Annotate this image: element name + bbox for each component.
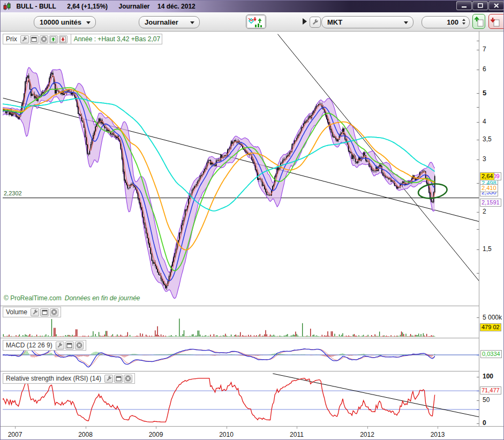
rsi-axis-tick-label: 0 — [483, 419, 486, 427]
ma-20-line — [3, 82, 435, 280]
ma-fast-line — [3, 75, 435, 285]
axis-tick-mark — [477, 423, 479, 424]
window-title-symbol: BULL - BULL — [16, 3, 56, 10]
axis-tick-mark — [477, 273, 479, 274]
window-icon[interactable] — [40, 308, 49, 316]
main-toolbar: 10000 unités Journalier MKT 100 — [1, 12, 504, 32]
x-axis-tick — [297, 427, 297, 429]
timeframe-dropdown-label: Journalier — [145, 18, 178, 26]
trend-line — [3, 98, 479, 222]
candle-bodies — [3, 73, 435, 288]
rsi-last-label: 71,477 — [480, 386, 501, 395]
axis-tick-mark — [477, 183, 479, 184]
order-settings-wrench-button[interactable] — [310, 17, 321, 28]
axis-tick-mark — [477, 122, 479, 123]
volume-bars-up — [3, 318, 435, 337]
window-title-period: Journalier — [119, 3, 150, 10]
bollinger-lower — [3, 95, 435, 298]
wrench-icon[interactable] — [20, 35, 29, 43]
maximize-button[interactable] — [472, 1, 488, 10]
chevron-down-icon — [404, 21, 408, 24]
axis-tick-mark — [477, 212, 479, 213]
window-icon[interactable] — [114, 375, 123, 383]
price-axis-tick-label: 2 — [483, 208, 486, 215]
axis-tick-mark — [477, 355, 479, 355]
close-button[interactable] — [488, 1, 504, 10]
axis-tick-mark — [477, 50, 479, 50]
header-divider — [71, 34, 71, 44]
window-icon[interactable] — [65, 342, 74, 350]
volume-panel-title: Volume — [6, 308, 27, 316]
axis-tick-mark — [477, 229, 479, 230]
window-icon[interactable] — [30, 35, 39, 43]
close-icon[interactable] — [40, 35, 48, 43]
axis-tick-mark — [477, 249, 479, 250]
price-axis-tick-label: 7 — [483, 45, 486, 53]
spin-up-icon[interactable] — [462, 19, 465, 21]
chart-area: Prix Année : +Haut 3,42 +Bas 2,07 Volume… — [1, 32, 504, 440]
copyright-text: © ProRealTime.com — [4, 294, 62, 302]
eod-data-note: Données en fin de journée — [65, 294, 140, 302]
axis-tick-mark — [477, 409, 479, 410]
price-tag-label: 2,1591 — [480, 199, 501, 207]
volume-axis-tick-label: 5 000k — [483, 314, 502, 321]
buy-button[interactable] — [472, 14, 485, 29]
copyright-note: © ProRealTime.comDonnées en fin de journ… — [4, 294, 140, 302]
titlebar-watermark — [161, 1, 504, 12]
rsi-line — [3, 378, 435, 422]
year-high-low-annotation: Année : +Haut 3,42 +Bas 2,07 — [74, 35, 160, 43]
x-axis-tick — [438, 427, 438, 429]
sell-button[interactable] — [488, 14, 504, 29]
price-axis-tick-label: 1,5 — [483, 245, 492, 253]
price-panel-title: Prix — [6, 35, 17, 43]
axis-tick-mark — [477, 70, 479, 70]
price-plot — [3, 34, 479, 306]
wrench-icon[interactable] — [104, 375, 113, 383]
units-dropdown-label: 10000 unités — [40, 18, 81, 26]
minimize-button[interactable] — [456, 1, 472, 10]
x-axis-tick — [156, 427, 156, 429]
price-axis-tick-label: 6 — [483, 65, 486, 73]
axis-tick-mark — [477, 107, 479, 108]
support-line-label: 2,2302 — [4, 190, 22, 196]
wrench-icon[interactable] — [31, 308, 39, 316]
units-dropdown[interactable]: 10000 unités — [34, 16, 96, 28]
x-axis-tick — [367, 427, 368, 429]
x-axis-tick — [227, 427, 227, 429]
volume-panel-header: Volume — [3, 307, 61, 317]
x-axis-year-label: 2012 — [357, 431, 378, 438]
close-icon[interactable] — [75, 342, 84, 350]
axis-tick-mark — [477, 41, 479, 41]
app-window: BULL - BULL 2,64 (+1,15%) Journalier 14 … — [0, 0, 504, 440]
candle-wicks — [3, 71, 435, 290]
rsi-trend-line — [273, 374, 479, 418]
close-icon[interactable] — [50, 308, 58, 316]
rsi-axis-tick-label: 100 — [483, 373, 493, 380]
chart-style-button[interactable] — [246, 14, 266, 29]
price-tag-label: 2,410 — [480, 184, 498, 192]
rsi-axis-tick-label: 50 — [483, 396, 490, 404]
move-panel-down-icon[interactable] — [59, 35, 67, 43]
move-panel-up-icon[interactable] — [49, 35, 58, 43]
expand-arrow-button[interactable] — [303, 18, 307, 25]
candlestick-icon — [3, 2, 11, 13]
x-axis-year-label: 2009 — [145, 431, 167, 438]
rsi-panel-header: Relative strength index (RSI) (14) — [3, 373, 135, 384]
ma-50-line — [3, 88, 435, 271]
window-title-price: 2,64 (+1,15%) — [67, 3, 108, 10]
order-type-dropdown[interactable]: MKT — [321, 16, 413, 28]
window-title-date: 14 déc. 2012 — [157, 3, 195, 10]
wrench-icon[interactable] — [56, 342, 64, 350]
spin-down-icon[interactable] — [462, 22, 465, 25]
bollinger-band-fill — [3, 67, 435, 299]
macd-panel-header: MACD (12 26 9) — [3, 340, 86, 351]
x-axis-year-label: 2010 — [216, 431, 237, 438]
quantity-stepper[interactable]: 100 — [422, 16, 470, 28]
macd-panel-title: MACD (12 26 9) — [6, 342, 52, 349]
timeframe-dropdown[interactable]: Journalier — [139, 16, 200, 28]
quantity-value: 100 — [447, 18, 458, 26]
x-axis-year-label: 2008 — [75, 431, 96, 438]
price-axis-tick-label: 3 — [483, 155, 486, 163]
close-icon[interactable] — [124, 375, 132, 383]
x-axis-year-label: 2011 — [286, 431, 307, 438]
